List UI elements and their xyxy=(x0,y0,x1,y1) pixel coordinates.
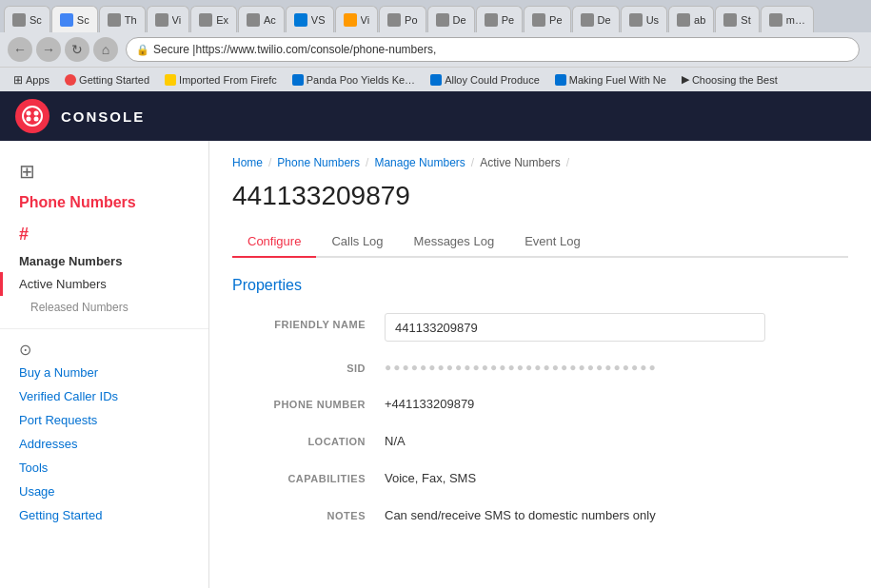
tab-icon-14 xyxy=(629,13,643,27)
phone-number-value: +441133209879 xyxy=(385,393,848,415)
sidebar-verified-caller-ids[interactable]: Verified Caller IDs xyxy=(0,384,208,408)
svg-point-1 xyxy=(27,111,31,116)
friendly-name-input[interactable] xyxy=(385,313,765,342)
tab-icon-6 xyxy=(247,13,260,27)
svg-point-0 xyxy=(23,107,42,126)
sid-blurred: ●●●●●●●●●●●●●●●●●●●●●●●●●●●●●●● xyxy=(385,357,848,378)
forward-button[interactable]: → xyxy=(36,37,61,62)
sidebar-manage-numbers[interactable]: Manage Numbers xyxy=(0,246,208,272)
browser-tab-1[interactable]: Sc xyxy=(4,6,50,32)
bookmark-blue-icon-1 xyxy=(292,74,304,86)
capabilities-value: Voice, Fax, SMS xyxy=(385,467,848,489)
sidebar-addresses[interactable]: Addresses xyxy=(0,432,208,456)
browser-tab-8[interactable]: Vi xyxy=(335,6,379,32)
location-value: N/A xyxy=(385,430,848,452)
breadcrumb-phone-numbers[interactable]: Phone Numbers xyxy=(277,156,360,169)
breadcrumb-sep-1: / xyxy=(268,156,271,169)
breadcrumb-manage-numbers[interactable]: Manage Numbers xyxy=(374,156,465,169)
tab-icon-17 xyxy=(769,13,782,27)
bookmark-imported[interactable]: Imported From Firefc xyxy=(159,72,283,88)
page-title: 441133209879 xyxy=(232,181,848,211)
tab-icon-8 xyxy=(344,13,357,27)
tab-icon-10 xyxy=(436,13,449,27)
browser-tab-14[interactable]: Us xyxy=(621,6,667,32)
sidebar-divider-1 xyxy=(0,328,208,329)
home-button[interactable]: ⌂ xyxy=(93,37,118,62)
sidebar-tools[interactable]: Tools xyxy=(0,456,208,480)
browser-tab-15[interactable]: ab xyxy=(668,6,714,32)
browser-tab-4[interactable]: Vi xyxy=(147,6,190,32)
browser-tab-7[interactable]: VS xyxy=(286,6,334,32)
breadcrumb-sep-3: / xyxy=(471,156,474,169)
bookmark-choosing[interactable]: ▶ Choosing the Best xyxy=(676,71,783,88)
sidebar-active-numbers[interactable]: Active Numbers xyxy=(0,272,208,296)
bookmark-getting-started[interactable]: Getting Started xyxy=(59,72,155,88)
breadcrumb-sep-2: / xyxy=(366,156,368,169)
tab-event-log[interactable]: Event Log xyxy=(509,226,596,258)
sidebar-phone-numbers-title[interactable]: Phone Numbers xyxy=(0,190,208,223)
tab-icon-5 xyxy=(199,13,212,27)
capabilities-label: CAPABILITIES xyxy=(232,467,385,484)
breadcrumb-home[interactable]: Home xyxy=(232,156,263,169)
app-container: CONSOLE ⊞ Phone Numbers # Manage Numbers… xyxy=(0,91,871,588)
properties-section-title: Properties xyxy=(232,277,848,294)
tab-calls-log[interactable]: Calls Log xyxy=(316,226,398,258)
phone-number-label: PHONE NUMBER xyxy=(232,393,385,410)
sid-label: SID xyxy=(232,357,385,374)
tab-messages-log[interactable]: Messages Log xyxy=(399,226,510,258)
sidebar-hash-icon: # xyxy=(0,223,208,246)
top-nav: CONSOLE xyxy=(0,91,871,141)
tab-icon-9 xyxy=(387,13,401,27)
browser-tab-17[interactable]: m… xyxy=(761,6,814,32)
content-area: Home / Phone Numbers / Manage Numbers / … xyxy=(209,141,871,588)
sidebar-usage[interactable]: Usage xyxy=(0,480,208,503)
sidebar-buy-number[interactable]: Buy a Number xyxy=(0,361,208,384)
tab-icon-11 xyxy=(485,13,498,27)
address-bar[interactable]: 🔒 Secure | https://www.twilio.com/consol… xyxy=(126,37,860,62)
capabilities-text: Voice, Fax, SMS xyxy=(385,467,848,489)
tab-icon-1 xyxy=(12,13,26,27)
sidebar-getting-started[interactable]: Getting Started xyxy=(0,503,208,527)
sidebar-circle-icon: ⊙ xyxy=(0,339,208,361)
tab-icon-15 xyxy=(677,13,690,27)
bookmark-panda[interactable]: Panda Poo Yields Ke… xyxy=(287,72,421,88)
bookmark-alloy[interactable]: Alloy Could Produce xyxy=(425,72,545,88)
back-button[interactable]: ← xyxy=(8,37,32,62)
sidebar-icon-grid: ⊞ xyxy=(0,156,208,190)
grid-icon: ⊞ xyxy=(19,161,35,182)
apps-grid-icon: ⊞ xyxy=(13,73,23,87)
chevron-right-icon: ▶ xyxy=(682,73,689,86)
tab-icon-2 xyxy=(60,13,73,27)
twilio-logo xyxy=(15,99,49,133)
property-row-location: LOCATION N/A xyxy=(232,430,848,452)
tab-icon-4 xyxy=(155,13,168,27)
property-row-capabilities: CAPABILITIES Voice, Fax, SMS xyxy=(232,467,848,489)
breadcrumb-active-numbers: Active Numbers xyxy=(480,156,561,169)
browser-tab-12[interactable]: Pe xyxy=(524,6,570,32)
reload-button[interactable]: ↻ xyxy=(65,37,89,62)
sidebar-port-requests[interactable]: Port Requests xyxy=(0,408,208,432)
browser-tab-11[interactable]: Pe xyxy=(476,6,523,32)
sidebar-released-numbers[interactable]: Released Numbers xyxy=(0,296,208,319)
tab-icon-13 xyxy=(581,13,594,27)
browser-tab-3[interactable]: Th xyxy=(99,6,146,32)
sidebar: ⊞ Phone Numbers # Manage Numbers Active … xyxy=(0,141,209,588)
tab-icon-3 xyxy=(108,13,121,27)
breadcrumb-sep-4: / xyxy=(566,156,569,169)
browser-tab-6[interactable]: Ac xyxy=(238,6,285,32)
friendly-name-value xyxy=(385,313,848,342)
tab-icon-12 xyxy=(532,13,545,27)
browser-tab-5[interactable]: Ex xyxy=(190,6,237,32)
location-label: LOCATION xyxy=(232,430,385,447)
property-row-phone-number: PHONE NUMBER +441133209879 xyxy=(232,393,848,415)
browser-tab-13[interactable]: De xyxy=(572,6,620,32)
property-row-sid: SID ●●●●●●●●●●●●●●●●●●●●●●●●●●●●●●● xyxy=(232,357,848,378)
browser-tab-16[interactable]: St xyxy=(715,6,759,32)
tab-configure[interactable]: Configure xyxy=(232,226,316,258)
browser-tab-10[interactable]: De xyxy=(427,6,475,32)
bookmark-apps[interactable]: ⊞ Apps xyxy=(8,71,55,88)
browser-tab-9[interactable]: Po xyxy=(379,6,426,32)
browser-tab-2[interactable]: Sc xyxy=(51,6,98,32)
bookmarks-bar: ⊞ Apps Getting Started Imported From Fir… xyxy=(0,67,871,91)
bookmark-making-fuel[interactable]: Making Fuel With Ne xyxy=(549,72,672,88)
